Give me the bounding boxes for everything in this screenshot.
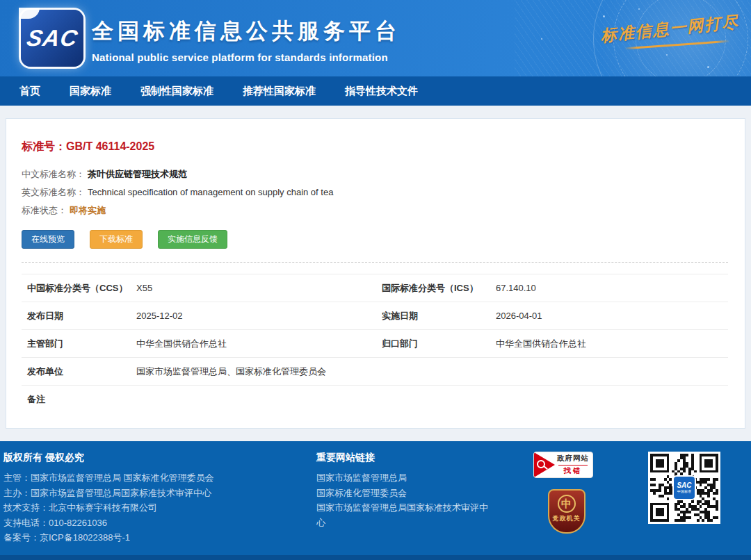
field-label: 标准状态： [22,205,67,215]
nav-item-国家标准[interactable]: 国家标准 [70,85,111,98]
standard-detail-card: 标准号：GB/T 46114-2025 中文标准名称：茶叶供应链管理技术规范英文… [6,118,745,429]
party-gov-badge[interactable]: 中 党政机关 [548,489,586,534]
qr-center-logo: SAC 中国标准 [672,475,696,500]
footer-link[interactable]: 国家标准化管理委员会 [316,486,490,501]
site-titles: 全国标准信息公共服务平台 National public service pla… [92,17,401,63]
details-label: 发布单位 [22,365,136,378]
star-dot [707,66,709,68]
footer-info-line: 主管：国家市场监督管理总局 国家标准化管理委员会 [3,470,313,486]
details-label: 实施日期 [376,310,496,322]
footer-info-line: 支持电话：010-82261036 [3,516,313,531]
details-row: 主管部门中华全国供销合作总社归口部门中华全国供销合作总社 [22,330,728,358]
footer-link[interactable]: 国家市场监督管理总局 [316,470,490,486]
footer-links-block: 重要网站链接 国家市场监督管理总局国家标准化管理委员会国家市场监督管理总局国家标… [316,452,490,530]
details-row: 发布单位国家市场监督管理总局、国家标准化管理委员会 [22,358,728,386]
nav-item-强制性国家标准[interactable]: 强制性国家标准 [140,85,213,98]
field-label: 英文标准名称： [22,187,85,197]
details-row: 备注 [22,386,728,413]
star-dot [603,15,605,17]
footer: 版权所有 侵权必究 主管：国家市场监督管理总局 国家标准化管理委员会主办：国家市… [0,441,751,560]
footer-badges: 政府网站 找错 中 党政机关 [533,452,599,534]
star-dot [541,38,542,40]
footer-link[interactable]: 国家市场监督管理总局国家标准技术审评中心 [316,500,490,530]
standard-number: 标准号：GB/T 46114-2025 [22,140,728,154]
field-value: 茶叶供应链管理技术规范 [88,169,187,179]
footer-copyright-block: 版权所有 侵权必究 主管：国家市场监督管理总局 国家标准化管理委员会主办：国家市… [0,452,313,545]
qr-code: SAC 中国标准 [648,452,720,524]
footer-info-line: 主办：国家市场监督管理总局国家标准技术审评中心 [3,486,313,501]
details-label: 国际标准分类号（ICS） [376,282,496,295]
gov-site-error-badge[interactable]: 政府网站 找错 [533,452,593,478]
nav-item-指导性技术文件[interactable]: 指导性技术文件 [345,85,418,98]
dashed-divider [22,262,728,263]
field-label: 中文标准名称： [22,169,85,179]
footer-info-line: 技术支持：北京中标赛宇科技有限公司 [3,500,313,516]
details-value: 2026-04-01 [496,311,728,321]
gov-badge-line2: 找错 [558,465,588,476]
details-value: 中华全国供销合作总社 [136,338,376,350]
standard-field: 中文标准名称：茶叶供应链管理技术规范 [22,165,728,183]
party-badge-label: 党政机关 [549,514,584,523]
star-dot [666,54,668,56]
standard-fields: 中文标准名称：茶叶供应链管理技术规范英文标准名称：Technical speci… [22,165,728,220]
online-preview-button[interactable]: 在线预览 [22,230,74,249]
field-value: 即将实施 [70,205,106,215]
details-value: 2025-12-02 [136,311,376,321]
search-icon [534,452,555,477]
details-label: 归口部门 [376,338,496,350]
details-label: 备注 [22,393,136,406]
standard-field: 英文标准名称：Technical specification of manage… [22,183,728,201]
details-row: 发布日期2025-12-02实施日期2026-04-01 [22,302,728,330]
download-standard-button[interactable]: 下载标准 [90,230,143,249]
site-subtitle: National public service platform for sta… [92,51,401,63]
gov-badge-line1: 政府网站 [555,454,591,463]
footer-links-title: 重要网站链接 [316,452,490,464]
details-label: 发布日期 [22,310,136,322]
action-buttons: 在线预览下载标准实施信息反馈 [22,230,728,249]
party-emblem-icon: 中 [558,495,576,513]
nav-item-首页[interactable]: 首页 [19,85,40,98]
details-label: 中国标准分类号（CCS） [22,282,136,295]
main-content: 标准号：GB/T 46114-2025 中文标准名称：茶叶供应链管理技术规范英文… [0,106,751,441]
details-label: 主管部门 [22,338,136,350]
standard-number-label: 标准号： [22,140,66,152]
details-value: 国家市场监督管理总局、国家标准化管理委员会 [136,365,728,378]
details-value: X55 [136,283,376,293]
copyright-notice: 版权所有 侵权必究 [3,452,313,464]
standard-field: 标准状态：即将实施 [22,201,728,220]
details-row: 中国标准分类号（CCS）X55国际标准分类号（ICS）67.140.10 [22,274,728,302]
footer-links: 国家市场监督管理总局国家标准化管理委员会国家市场监督管理总局国家标准技术审评中心 [316,470,490,530]
details-value: 67.140.10 [496,283,728,293]
implementation-feedback-button[interactable]: 实施信息反馈 [158,230,227,249]
footer-info-lines: 主管：国家市场监督管理总局 国家标准化管理委员会主办：国家市场监督管理总局国家标… [3,470,313,545]
sac-logo[interactable]: SAC [21,10,83,67]
field-value: Technical specification of management on… [88,187,333,197]
sac-logo-text: SAC [24,25,79,51]
site-title: 全国标准信息公共服务平台 [92,17,401,46]
standard-number-value: GB/T 46114-2025 [66,140,154,152]
nav-item-推荐性国家标准[interactable]: 推荐性国家标准 [243,85,316,98]
main-nav: 首页国家标准强制性国家标准推荐性国家标准指导性技术文件 [0,76,751,106]
footer-info-line: 备案号：京ICP备18022388号-1 [3,530,313,545]
site-header: SAC 全国标准信息公共服务平台 National public service… [0,0,751,76]
details-value: 中华全国供销合作总社 [496,338,728,350]
star-dot [638,8,640,10]
details-table: 中国标准分类号（CCS）X55国际标准分类号（ICS）67.140.10发布日期… [22,274,728,413]
